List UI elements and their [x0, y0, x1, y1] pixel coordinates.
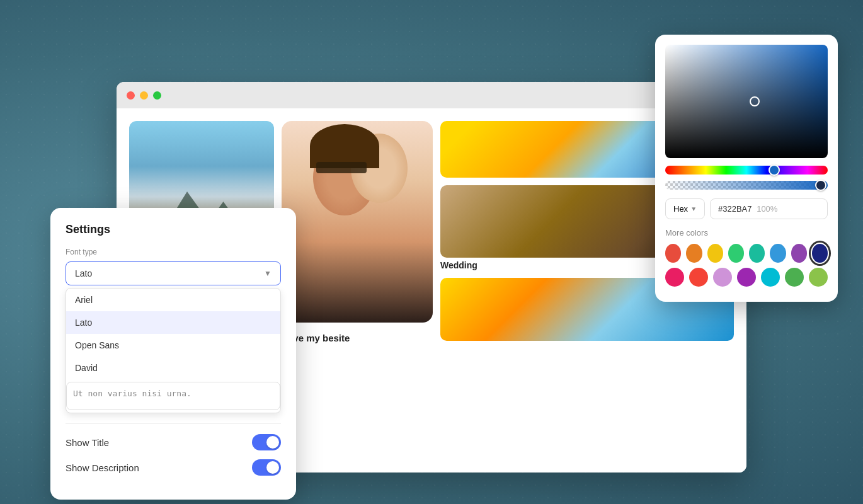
swatch-orange[interactable] — [686, 244, 702, 263]
swatch-yellow[interactable] — [707, 244, 723, 263]
portrait-photo — [282, 121, 433, 323]
font-selected-value: Lato — [75, 268, 92, 278]
traffic-light-close[interactable] — [127, 91, 135, 100]
hue-slider[interactable] — [665, 166, 828, 175]
hex-value-text: #322BA7 — [718, 204, 752, 214]
hex-row: Hex ▼ #322BA7 100% — [665, 198, 828, 219]
font-option-opensans[interactable]: Open Sans — [66, 334, 280, 357]
font-type-label: Font type — [66, 248, 281, 256]
swatch-cyan[interactable] — [761, 268, 780, 287]
show-title-knob — [266, 436, 279, 449]
show-description-knob — [266, 461, 279, 474]
font-dropdown[interactable]: Lato ▼ — [66, 261, 281, 285]
color-picker-cursor — [750, 96, 760, 106]
hue-knob — [769, 164, 780, 176]
divider-1 — [66, 423, 281, 424]
swatch-dark-blue[interactable] — [812, 244, 828, 263]
swatch-teal[interactable] — [749, 244, 765, 263]
show-title-toggle[interactable] — [252, 434, 281, 450]
swatch-purple[interactable] — [791, 244, 807, 263]
swatches-row-2 — [665, 268, 828, 287]
gallery-column-2: Love my besite — [282, 121, 433, 460]
font-option-david[interactable]: David — [66, 357, 280, 379]
swatches-row-1 — [665, 244, 828, 263]
opacity-value: 100% — [757, 204, 777, 214]
more-colors-label: More colors — [665, 228, 828, 238]
color-picker-panel: Hex ▼ #322BA7 100% More colors — [655, 35, 838, 302]
show-title-label: Show Title — [66, 437, 109, 448]
swatch-medium-green[interactable] — [785, 268, 804, 287]
browser-titlebar — [117, 82, 746, 108]
hex-dropdown-icon: ▼ — [690, 205, 697, 212]
hex-type-select[interactable]: Hex ▼ — [665, 198, 705, 219]
show-description-toggle[interactable] — [252, 459, 281, 476]
show-title-row: Show Title — [66, 434, 281, 450]
hex-value-display[interactable]: #322BA7 100% — [710, 198, 828, 219]
swatch-crimson[interactable] — [689, 268, 708, 287]
swatch-violet[interactable] — [737, 268, 756, 287]
show-description-row: Show Description — [66, 459, 281, 476]
font-textarea[interactable]: Ut non varius nisi urna. — [66, 382, 280, 410]
swatch-green[interactable] — [728, 244, 744, 263]
traffic-light-maximize[interactable] — [153, 91, 161, 100]
swatch-pink[interactable] — [665, 268, 684, 287]
swatch-lime[interactable] — [809, 268, 828, 287]
alpha-slider[interactable] — [665, 181, 828, 190]
swatch-blue[interactable] — [770, 244, 786, 263]
swatch-light-purple[interactable] — [713, 268, 732, 287]
settings-panel: Settings Font type Lato ▼ Ariel Lato Ope… — [50, 208, 296, 500]
font-option-lato[interactable]: Lato — [66, 311, 280, 334]
alpha-knob — [815, 180, 826, 191]
color-gradient-area[interactable] — [665, 45, 828, 158]
settings-title: Settings — [66, 223, 281, 236]
font-dropdown-list: Ariel Lato Open Sans David Ut non varius… — [66, 288, 281, 413]
chevron-down-icon: ▼ — [264, 269, 271, 278]
show-description-label: Show Description — [66, 462, 139, 473]
traffic-light-minimize[interactable] — [140, 91, 148, 100]
swatch-red[interactable] — [665, 244, 681, 263]
portrait-label: Love my besite — [282, 333, 433, 343]
font-option-ariel[interactable]: Ariel — [66, 289, 280, 311]
hex-label: Hex — [673, 204, 688, 214]
